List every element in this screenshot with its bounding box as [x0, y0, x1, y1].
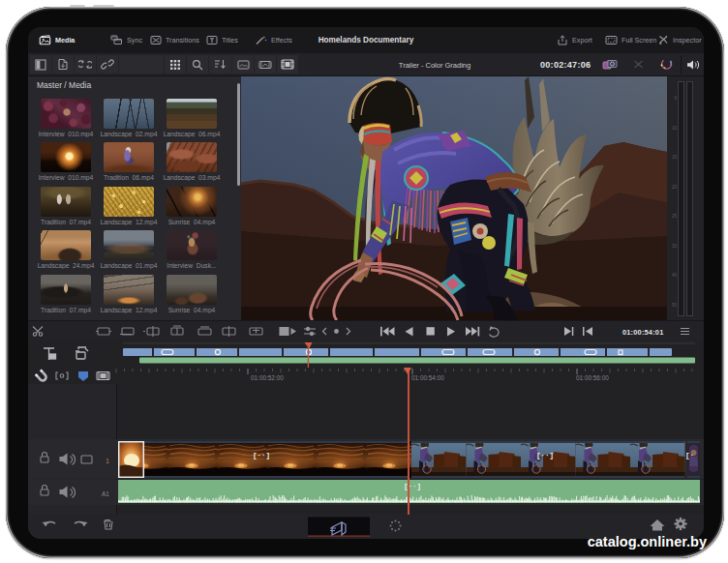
svg-text:01:00:52:00: 01:00:52:00	[251, 374, 284, 381]
svg-text:01:00:56:00: 01:00:56:00	[576, 374, 609, 381]
svg-text:1: 1	[106, 458, 109, 464]
svg-text:[·: [·	[685, 452, 694, 459]
svg-text:A1: A1	[102, 490, 109, 497]
svg-text:01:00:54:01: 01:00:54:01	[622, 328, 663, 337]
svg-text:01:00:54:00: 01:00:54:00	[411, 374, 444, 381]
svg-text:[··]: [··]	[253, 452, 270, 459]
svg-text:[··]: [··]	[536, 452, 554, 459]
